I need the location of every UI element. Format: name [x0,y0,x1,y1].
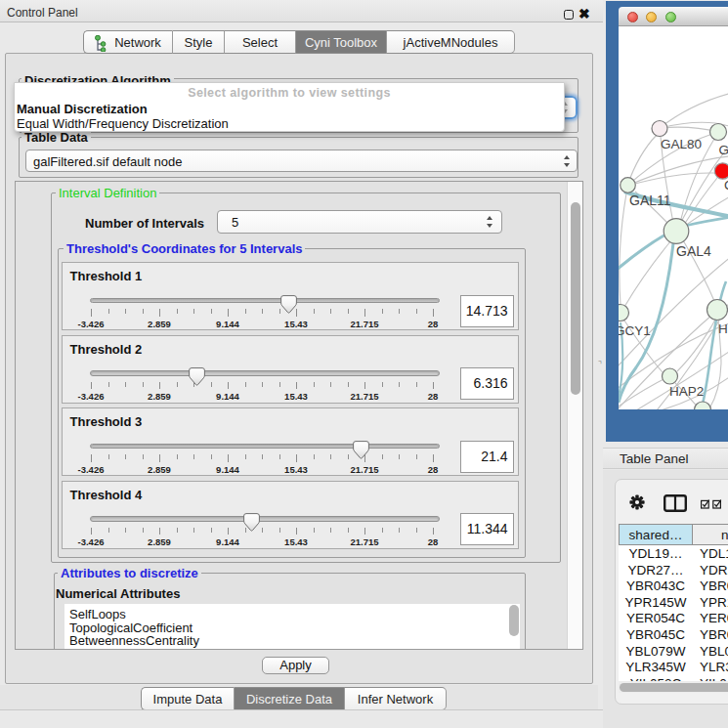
svg-text:GAL11: GAL11 [629,193,671,208]
svg-text:C: C [724,178,728,193]
svg-text:H: H [718,321,728,336]
svg-text:GAL80: GAL80 [661,137,702,151]
svg-text:GA: GA [718,143,728,157]
svg-text:HAP2: HAP2 [669,384,704,399]
svg-text:GCY1: GCY1 [619,323,651,338]
svg-text:GAL4: GAL4 [676,243,711,259]
